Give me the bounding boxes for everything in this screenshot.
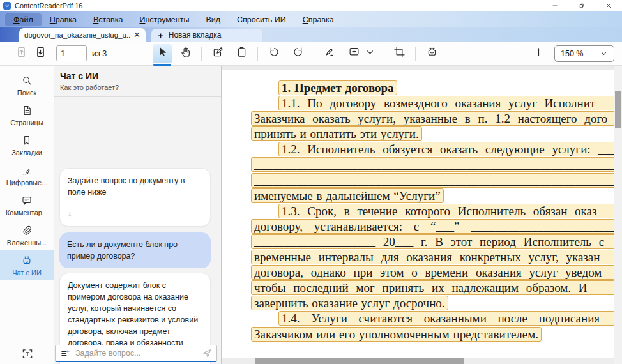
edit-pencil-icon [212, 46, 224, 61]
edit-document-button[interactable] [208, 44, 227, 63]
document-line: Заказчика оказать услуги, указанные в п.… [251, 111, 614, 126]
document-line: ________________________________________… [251, 157, 614, 172]
text-recognition-button[interactable] [21, 347, 34, 360]
menu-item-0[interactable]: Файл [5, 13, 42, 26]
rotate-right-button[interactable] [288, 44, 307, 63]
document-line: 1.1. По договору возмездного оказания ус… [278, 96, 614, 110]
new-tab-button[interactable]: + Новая вкладка [151, 29, 262, 42]
zoom-level-select[interactable]: 150 % [554, 45, 614, 62]
chevron-down-icon [600, 49, 608, 57]
menu-item-6[interactable]: Справка [294, 13, 342, 26]
toolbar-separator [257, 47, 258, 61]
document-row: завершить оказание услуг досрочно. [222, 296, 614, 311]
send-icon[interactable] [202, 348, 212, 358]
sidebar-item-2[interactable]: Закладки [0, 130, 54, 160]
menu-item-1[interactable]: Правка [42, 13, 85, 26]
sidebar-item-1[interactable]: Страницы [0, 100, 54, 130]
document-line: именуемые в дальнейшем “Услуги” [251, 188, 444, 203]
chat-header: Чат с ИИ Как это работает? [54, 66, 221, 97]
app-logo-icon: ☺ [3, 2, 11, 10]
sidebar-item-5[interactable]: Вложенны... [0, 220, 54, 250]
document-line: завершить оказание услуг досрочно. [251, 296, 448, 310]
sidebar-item-label: Страницы [10, 119, 43, 126]
pages-icon [21, 104, 33, 117]
menu-item-5[interactable]: Спросить ИИ [229, 13, 294, 26]
robot-icon [426, 46, 438, 61]
document-tab[interactable]: dogovor_na_okazanie_uslug_u... ✕ [19, 28, 146, 42]
rotate-left-button[interactable] [264, 44, 284, 63]
pen-signature-icon [324, 46, 337, 61]
previous-page-button[interactable] [11, 44, 31, 63]
sidebar-item-0[interactable]: Поиск [0, 70, 54, 100]
sidebar-item-label: Комментар... [6, 209, 48, 216]
rotate-left-icon [268, 46, 280, 61]
page-up-icon [15, 46, 27, 61]
zoom-level-value: 150 % [561, 49, 600, 58]
ocr-frame-icon [21, 351, 34, 362]
chevron-down-icon [364, 46, 376, 61]
chat-title: Чат с ИИ [60, 71, 221, 81]
document-row: чтобы последний мог принять их надлежащи… [222, 280, 614, 296]
document-row: временные интервалы для оказания конкрет… [222, 250, 614, 265]
page-down-icon [34, 46, 47, 61]
close-button[interactable] [595, 0, 622, 11]
chat-input-container [55, 345, 217, 362]
toolbar-separator [314, 47, 314, 61]
select-tool-button[interactable] [153, 44, 172, 63]
plus-icon: + [158, 30, 163, 41]
how-it-works-link[interactable]: Как это работает? [60, 84, 119, 91]
rotate-right-icon [292, 46, 304, 61]
restore-button[interactable] [568, 0, 595, 11]
document-viewport[interactable]: 1. Предмет договора1.1. По договору возм… [222, 66, 622, 364]
vertical-scrollbar[interactable] [614, 66, 622, 364]
prompt-templates-icon[interactable] [60, 348, 71, 359]
page-number-input[interactable] [56, 45, 87, 61]
hand-tool-button[interactable] [176, 44, 195, 63]
paste-button[interactable] [232, 44, 251, 63]
tab-bar: dogovor_na_okazanie_uslug_u... ✕ + Новая… [0, 27, 622, 42]
add-comment-button[interactable] [344, 44, 363, 63]
document-row: 1.4. Услуги считаются оказанными после п… [222, 311, 614, 326]
chat-hint-message: Задайте вопрос по документу в поле ниже … [59, 168, 211, 227]
document-line: временные интервалы для оказания конкрет… [251, 250, 614, 264]
menu-bar: ФайлПравкаВставкаИнструментыВидСпросить … [0, 11, 622, 27]
ai-assistant-button[interactable] [422, 44, 441, 63]
document-tab-label: dogovor_na_okazanie_uslug_u... [24, 31, 130, 39]
document-line: Заказчиком или его уполномоченным предст… [251, 327, 542, 342]
document-line: 1.2. Исполнитель обязуется оказать следу… [278, 142, 614, 156]
comment-icon [21, 194, 33, 207]
menu-item-4[interactable]: Вид [197, 13, 229, 26]
document-line: ________________________________________… [251, 173, 614, 188]
vertical-scrollbar-thumb[interactable] [615, 91, 621, 128]
document-row: Заказчиком или его уполномоченным предст… [222, 327, 614, 342]
sidebar-item-4[interactable]: Комментар... [0, 190, 54, 220]
sidebar-item-label: Закладки [11, 149, 42, 156]
cursor-icon [156, 46, 169, 61]
crop-tool-button[interactable] [390, 44, 409, 63]
horizontal-scrollbar[interactable] [222, 358, 614, 364]
comment-options-button[interactable] [363, 44, 376, 63]
document-line: договору, устанавливается: с “___” _____… [251, 219, 614, 234]
toolbar-separator [415, 47, 416, 61]
document-row: именуемые в дальнейшем “Услуги” [222, 188, 614, 204]
down-arrow-glyph: ↓ [68, 208, 202, 220]
document-row: ________________________________________… [222, 157, 614, 172]
menu-item-3[interactable]: Инструменты [131, 13, 197, 26]
next-page-button[interactable] [31, 44, 50, 63]
sidebar: ПоискСтраницыЗакладкиЦифровые...Коммента… [0, 66, 54, 364]
signature-tool-button[interactable] [321, 44, 340, 63]
toolbar-separator [383, 47, 383, 61]
document-row: договору, устанавливается: с “___” _____… [222, 219, 614, 234]
chat-question-input[interactable] [75, 349, 202, 358]
menu-item-2[interactable]: Вставка [85, 13, 131, 26]
zoom-out-button[interactable] [506, 44, 525, 63]
horizontal-scrollbar-thumb[interactable] [255, 358, 464, 364]
add-comment-icon [348, 46, 360, 61]
sidebar-item-3[interactable]: Цифровые... [0, 160, 54, 190]
tab-close-icon[interactable]: ✕ [133, 30, 140, 40]
document-line: договора, однако при этом о времени оказ… [251, 265, 614, 280]
minimize-button[interactable] [542, 0, 568, 11]
zoom-in-button[interactable] [529, 44, 548, 63]
sidebar-item-6[interactable]: Чат с ИИ [0, 250, 54, 280]
document-row: ________________________________________… [222, 173, 614, 188]
